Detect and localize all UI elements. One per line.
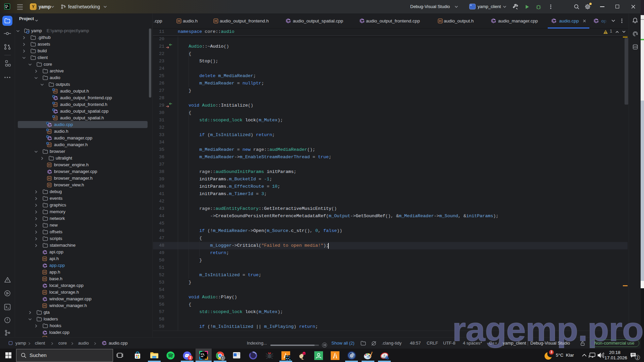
svg-text:64: 64 <box>268 352 271 355</box>
